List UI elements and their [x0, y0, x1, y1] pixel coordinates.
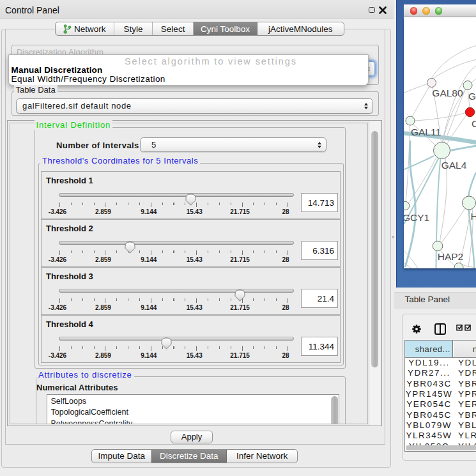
- svg-text:GAL4: GAL4: [441, 160, 466, 171]
- svg-text:GCY1: GCY1: [404, 212, 429, 223]
- svg-text:H: H: [470, 211, 476, 222]
- svg-text:GAL80: GAL80: [432, 88, 463, 98]
- svg-text:C: C: [472, 118, 476, 129]
- svg-text:HAP2: HAP2: [437, 251, 463, 262]
- svg-text:GA: GA: [468, 91, 476, 102]
- svg-text:GAL11: GAL11: [410, 127, 440, 137]
